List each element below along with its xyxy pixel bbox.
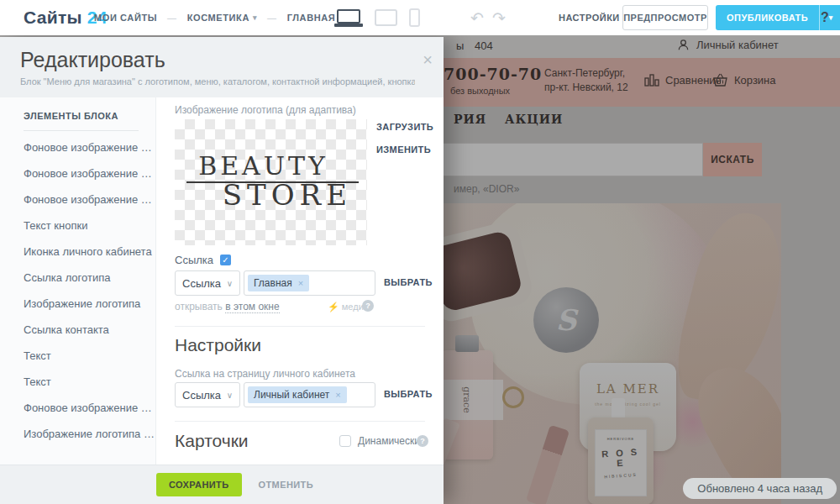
cards-section-title: Карточки: [175, 431, 249, 451]
sidebar-item-text-1[interactable]: Текст: [0, 343, 155, 369]
sidebar-item-button-text[interactable]: Текст кнопки: [0, 213, 155, 239]
close-icon[interactable]: ×: [423, 51, 433, 68]
settings-label: НАСТРОЙКИ: [559, 13, 620, 23]
menu-my-sites[interactable]: МОИ САЙТЫ: [94, 13, 157, 23]
cancel-button[interactable]: ОТМЕНИТЬ: [259, 480, 313, 490]
link-type-value: Ссылка: [182, 277, 221, 290]
block-elements-sidebar: ЭЛЕМЕНТЫ БЛОКА Фоновое изображение … Фон…: [0, 97, 156, 465]
undo-icon[interactable]: ↶: [470, 8, 484, 28]
open-mode-toggle[interactable]: в этом окне: [225, 301, 279, 313]
preview-button[interactable]: ПРЕДПРОСМОТР: [622, 5, 708, 30]
sidebar-divider: [24, 130, 139, 131]
edit-modal: Редактировать Блок "Меню для магазина" с…: [0, 37, 444, 504]
modal-subtitle: Блок "Меню для магазина" с логотипом, ме…: [20, 76, 415, 87]
upload-link[interactable]: ЗАГРУЗИТЬ: [376, 122, 433, 132]
choose-link-button[interactable]: ВЫБРАТЬ: [384, 277, 433, 287]
sidebar-item-text-2[interactable]: Текст: [0, 369, 155, 395]
help-icon[interactable]: ?: [417, 435, 428, 447]
settings-menu[interactable]: НАСТРОЙКИ ▾: [559, 0, 627, 35]
chevron-down-icon: ∨: [227, 279, 233, 288]
editor-toolbar: Сайты 24 МОИ САЙТЫ — КОСМЕТИКА ▾ — ГЛАВН…: [0, 0, 840, 35]
modal-title: Редактировать: [20, 48, 423, 72]
change-link[interactable]: ИЗМЕНИТЬ: [376, 144, 431, 155]
account-link-tag-label: Личный кабинет: [254, 389, 329, 401]
logo-line-beauty: BEAUTY: [175, 151, 367, 181]
open-prefix: открывать: [175, 301, 223, 312]
sidebar-item-bg-image-1[interactable]: Фоновое изображение …: [0, 134, 155, 160]
account-link-type-value: Ссылка: [182, 389, 221, 402]
link-type-dropdown[interactable]: Ссылка ∨: [175, 270, 240, 296]
sidebar-item-bg-image-3[interactable]: Фоновое изображение …: [0, 186, 155, 213]
link-target-input[interactable]: Главная ×: [244, 270, 375, 296]
sidebar-item-bg-image-2[interactable]: Фоновое изображение …: [0, 160, 155, 186]
modal-header: Редактировать Блок "Меню для магазина" с…: [0, 37, 444, 97]
link-target-tag: Главная ×: [248, 275, 309, 291]
account-link-tag: Личный кабинет ×: [248, 386, 347, 403]
help-button[interactable]: ?: [821, 0, 829, 35]
logo-line-store: STORE: [175, 178, 367, 212]
menu-separator: —: [267, 13, 277, 23]
history-controls: ↶ ↷: [470, 0, 506, 35]
dynamic-cards-checkbox[interactable]: [339, 435, 351, 447]
editor-stage: ы 404 Личный кабинет 700-70-70 без выход…: [0, 0, 840, 504]
save-button[interactable]: СОХРАНИТЬ: [156, 473, 242, 496]
link-target-tag-label: Главная: [254, 277, 292, 289]
link-checkbox-label: Ссылка: [175, 254, 213, 266]
link-checkbox-checked[interactable]: ✓: [220, 255, 231, 265]
sidebar-item-logo-image[interactable]: Изображение логотипа: [0, 291, 155, 317]
tablet-view-icon[interactable]: [375, 9, 397, 26]
chevron-down-icon: ∨: [227, 391, 233, 400]
menu-page-main[interactable]: ГЛАВНАЯ: [287, 13, 336, 23]
link-checkbox-row: Ссылка ✓: [175, 254, 231, 266]
account-link-type-dropdown[interactable]: Ссылка ∨: [175, 382, 240, 407]
open-mode-row: открывать в этом окне: [175, 301, 280, 312]
dynamic-cards-label: Динамические: [358, 435, 426, 447]
section-divider: [175, 421, 425, 422]
account-link-label: Ссылка на страницу личного кабинета: [175, 368, 355, 380]
account-link-input[interactable]: Личный кабинет ×: [244, 382, 375, 407]
dynamic-cards-row: Динамические: [339, 435, 426, 447]
modal-main-panel: Изображение логотипа (для адаптива) BEAU…: [156, 97, 444, 465]
app-logo-name: Сайты: [24, 8, 82, 28]
modal-footer: СОХРАНИТЬ ОТМЕНИТЬ: [0, 465, 444, 504]
publish-label: ОПУБЛИКОВАТЬ: [716, 5, 819, 30]
sidebar-item-logo-image-adaptive[interactable]: Изображение логотипа …: [0, 421, 155, 447]
help-icon[interactable]: ?: [362, 300, 374, 312]
sidebar-item-contact-link[interactable]: Ссылка контакта: [0, 317, 155, 343]
tag-remove-icon[interactable]: ×: [298, 278, 303, 288]
menu-separator: —: [167, 13, 177, 23]
desktop-view-icon[interactable]: [334, 8, 363, 27]
sidebar-item-bg-image-4[interactable]: Фоновое изображение …: [0, 395, 155, 421]
device-switcher: [334, 0, 420, 35]
beauty-store-logo: BEAUTY STORE: [175, 151, 367, 212]
sidebar-item-account-icon[interactable]: Иконка личного кабинета: [0, 239, 155, 265]
toolbar-menu: МОИ САЙТЫ — КОСМЕТИКА ▾ — ГЛАВНАЯ ▾: [94, 0, 343, 35]
logo-image-label: Изображение логотипа (для адаптива): [175, 104, 356, 116]
menu-site-cosmetics[interactable]: КОСМЕТИКА: [187, 13, 249, 23]
chevron-down-icon: ▾: [253, 13, 257, 22]
section-divider: [175, 326, 425, 327]
choose-account-link-button[interactable]: ВЫБРАТЬ: [384, 389, 433, 399]
redo-icon[interactable]: ↷: [492, 8, 506, 28]
settings-section-title: Настройки: [175, 335, 261, 355]
sidebar-item-logo-link[interactable]: Ссылка логотипа: [0, 265, 155, 291]
tag-remove-icon[interactable]: ×: [335, 390, 340, 400]
logo-image-preview[interactable]: BEAUTY STORE: [175, 119, 367, 245]
modal-body: ЭЛЕМЕНТЫ БЛОКА Фоновое изображение … Фон…: [0, 97, 444, 465]
mobile-view-icon[interactable]: [409, 8, 420, 27]
sidebar-header: ЭЛЕМЕНТЫ БЛОКА: [24, 111, 139, 121]
updated-badge: Обновлено 4 часа назад: [683, 478, 837, 499]
